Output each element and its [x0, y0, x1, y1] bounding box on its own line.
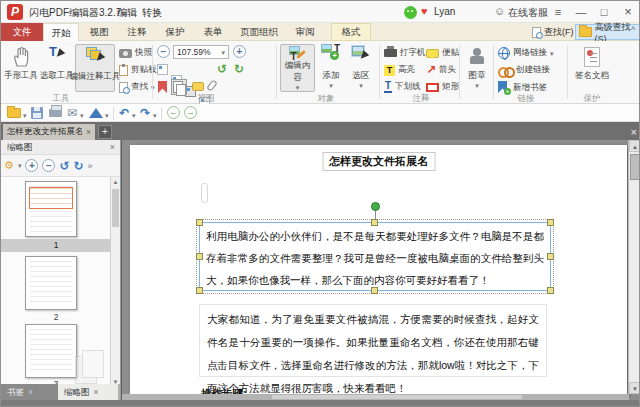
close-panel-icon[interactable]: × — [110, 140, 115, 155]
resize-handle-w[interactable] — [196, 253, 203, 260]
enlarge-thumbnails-icon[interactable]: + — [25, 159, 38, 172]
resize-handle-n[interactable] — [371, 219, 378, 226]
chevron-down-icon[interactable]: ▾ — [80, 112, 84, 119]
chevron-down-icon[interactable]: ▾ — [105, 112, 109, 119]
hand-tool-button[interactable]: 手形工具 — [3, 44, 39, 92]
sign-document-button[interactable]: 签名文档 — [571, 44, 613, 92]
tab-bookmarks[interactable]: 书签 × — [1, 384, 58, 400]
chevron-down-icon[interactable]: ▾ — [23, 112, 27, 119]
collapse-ribbon-icon[interactable]: ^ — [631, 25, 635, 35]
scroll-down-icon[interactable]: ▼ — [629, 382, 640, 394]
sticky-note-button[interactable]: 便贴 — [426, 47, 459, 59]
scroll-up-icon[interactable]: ▲ — [111, 177, 120, 187]
document-tab[interactable]: 怎样更改文件拓展名 × — [3, 124, 95, 140]
tab-thumbnails[interactable]: 缩略图 × — [58, 384, 118, 400]
text-block-2[interactable]: 大家都知道，为了避免重要文件被搞混，方便需要的时候查找，起好文件名是十分重要的一… — [199, 304, 547, 377]
rectangle-button[interactable]: 矩形 — [426, 81, 459, 93]
document-title[interactable]: 怎样更改文件拓展名 — [322, 152, 435, 171]
add-object-button[interactable]: T + 添加 ▾ — [317, 44, 345, 92]
empty-text-placeholder[interactable] — [201, 183, 208, 203]
select-tool-button[interactable]: T 选取工具 — [39, 44, 75, 92]
resize-handle-e[interactable] — [547, 253, 554, 260]
upload-button[interactable] — [89, 108, 103, 118]
pdf-page[interactable]: 怎样更改文件拓展名 利用电脑办公的小伙伴们，是不是每天都要处理好多文件？电脑是不… — [130, 145, 627, 394]
print-button[interactable] — [49, 105, 62, 117]
document-area[interactable]: 怎样更改文件拓展名 利用电脑办公的小伙伴们，是不是每天都要处理好多文件？电脑是不… — [121, 140, 640, 400]
menu-convert[interactable]: 转换 — [142, 6, 162, 20]
back-button[interactable]: ← — [167, 106, 180, 119]
stamp-button[interactable]: 图章 ▾ — [463, 44, 491, 92]
maximize-button[interactable]: □ — [595, 3, 613, 21]
scrollbar-thumb[interactable] — [272, 395, 522, 399]
rotate-left-button[interactable]: ↺ — [217, 63, 227, 75]
selection-button[interactable]: 选区 ▾ — [347, 44, 375, 92]
zoom-in-button[interactable]: + — [233, 45, 246, 58]
open-file-button[interactable] — [7, 108, 21, 118]
tab-page-organize[interactable]: 页面组织 — [233, 23, 285, 41]
scrollbar-thumb[interactable] — [630, 154, 640, 180]
chevron-down-icon[interactable]: ▾ — [18, 162, 22, 169]
email-button[interactable]: ✉ — [67, 107, 77, 119]
gear-icon[interactable]: ⚙ — [4, 159, 14, 172]
page-1-label-selected[interactable]: 1 — [1, 239, 111, 252]
single-page-view-button[interactable] — [157, 64, 168, 75]
username[interactable]: Lyan — [434, 6, 455, 17]
online-service-link[interactable]: 在线客服 — [508, 6, 548, 20]
snapshot-button[interactable]: 快照 — [119, 47, 152, 59]
tab-protect[interactable]: 保护 — [157, 23, 193, 41]
chevron-down-icon[interactable]: ▾ — [132, 112, 136, 119]
undo-button[interactable]: ↶ — [119, 107, 129, 119]
forward-button[interactable]: → — [184, 106, 197, 119]
tab-review[interactable]: 审阅 — [287, 23, 323, 41]
underline-button[interactable]: 下划线 — [384, 81, 421, 93]
highlight-button[interactable]: 高亮 — [384, 64, 415, 76]
rotate-right-button[interactable]: ↻ — [234, 63, 244, 75]
close-button[interactable]: × — [619, 3, 637, 21]
bookmark-panel-button[interactable] — [158, 81, 167, 93]
thumbnail-page-2[interactable] — [25, 256, 77, 310]
resize-handle-sw[interactable] — [196, 287, 203, 294]
redo-button[interactable]: ↷ — [140, 107, 150, 119]
scroll-up-icon[interactable]: ▲ — [629, 140, 640, 152]
edit-annotation-tool-button[interactable]: 编辑注释工具 — [75, 44, 115, 92]
resize-handle-s[interactable] — [371, 287, 378, 294]
vertical-scrollbar[interactable]: ▲ ▼ — [628, 140, 640, 394]
find-button[interactable]: 查找(F) — [529, 24, 577, 40]
hamburger-menu-icon[interactable]: ≡ — [549, 3, 567, 21]
minimize-button[interactable]: — — [572, 3, 590, 21]
new-tab-button[interactable]: + — [98, 125, 112, 139]
wechat-icon[interactable] — [404, 6, 417, 19]
tab-file[interactable]: 文件 — [1, 23, 43, 41]
zoom-level-select[interactable]: 107.59% ▾ — [173, 45, 229, 59]
find-tool-button[interactable]: 查找 ▾ — [119, 81, 155, 93]
more-options-icon[interactable]: » — [88, 161, 93, 171]
tab-home[interactable]: 开始 — [43, 23, 79, 41]
web-link-button[interactable]: 网络链接 ▾ — [498, 47, 554, 59]
tab-form[interactable]: 表单 — [195, 23, 231, 41]
close-document-icon[interactable]: × — [631, 124, 637, 140]
close-icon[interactable]: × — [94, 384, 99, 400]
thumbnail-page-1[interactable] — [25, 181, 77, 237]
edit-content-button[interactable]: T 编辑内容 ▾ — [280, 44, 315, 92]
menu-edit[interactable]: 编辑 — [117, 6, 137, 20]
attachment-panel-button[interactable] — [206, 79, 218, 91]
comment-panel-button[interactable] — [192, 82, 204, 91]
save-button[interactable] — [31, 107, 43, 119]
create-link-button[interactable]: 创建链接 — [498, 64, 550, 76]
tab-view[interactable]: 视图 — [81, 23, 117, 41]
tab-format[interactable]: 格式 — [331, 23, 371, 41]
thumbnail-page-3[interactable] — [25, 324, 77, 378]
close-tab-icon[interactable]: × — [86, 127, 91, 137]
rotate-left-icon[interactable]: ↺ — [59, 160, 69, 172]
zoom-out-button[interactable]: − — [157, 45, 170, 58]
resize-handle-se[interactable] — [547, 287, 554, 294]
tab-comment[interactable]: 注释 — [119, 23, 155, 41]
rotation-handle[interactable] — [371, 202, 380, 211]
resize-handle-ne[interactable] — [547, 219, 554, 226]
typewriter-button[interactable]: 打字机 — [384, 47, 426, 59]
selected-text-block[interactable]: 利用电脑办公的小伙伴们，是不是每天都要处理好多文件？电脑是不是都存着非常多的文件… — [199, 222, 551, 291]
arrow-button[interactable]: ↗ 箭头 — [426, 64, 456, 76]
scrollbar-thumb[interactable] — [112, 189, 119, 227]
resize-handle-nw[interactable] — [196, 219, 203, 226]
sidebar-scrollbar[interactable]: ▲ ▼ — [110, 177, 120, 387]
